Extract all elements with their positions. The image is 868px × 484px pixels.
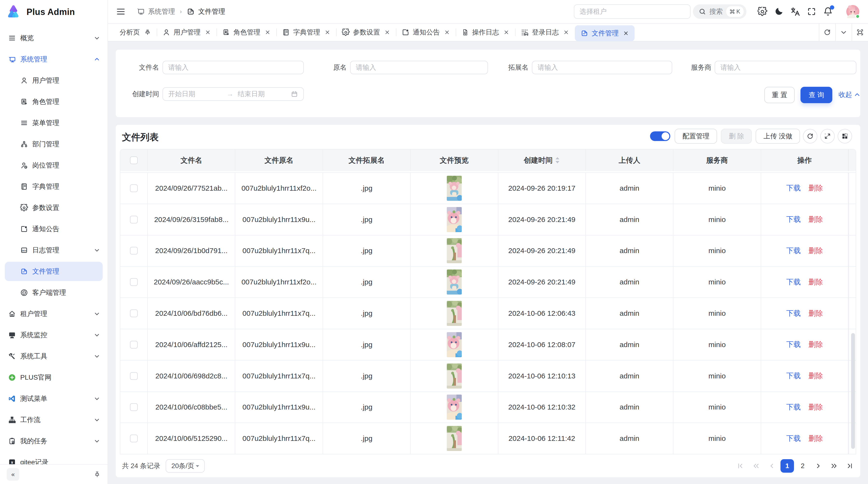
svg-text:¥: ¥ [11,461,13,464]
svg-text:DEV: DEV [22,250,27,252]
